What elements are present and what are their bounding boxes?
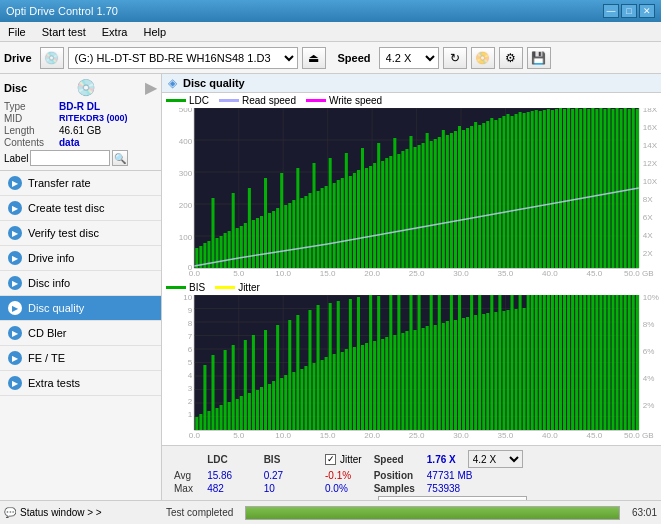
right-panel: ◈ Disc quality LDC Read speed Write spee… [162,74,661,500]
svg-rect-251 [494,312,497,430]
svg-rect-268 [563,295,566,430]
start-full-button[interactable]: Start full [378,496,527,500]
svg-rect-264 [547,295,550,430]
svg-text:2: 2 [188,397,193,406]
nav-transfer-rate[interactable]: ▶ Transfer rate [0,171,161,196]
svg-text:50.0 GB: 50.0 GB [624,431,654,440]
svg-rect-33 [256,218,259,268]
status-window-btn[interactable]: 💬 Status window > > [4,507,162,518]
svg-rect-190 [248,393,251,430]
disc-label-input[interactable] [30,150,110,166]
svg-rect-221 [373,341,376,430]
maximize-button[interactable]: □ [621,4,637,18]
svg-rect-241 [454,320,457,430]
nav-drive-info[interactable]: ▶ Drive info [0,246,161,271]
menu-extra[interactable]: Extra [98,24,132,40]
left-panel: Disc 💿 ▶ Type BD-R DL MID RITEKDR3 (000)… [0,74,162,500]
disc-section: Disc 💿 ▶ Type BD-R DL MID RITEKDR3 (000)… [0,74,161,171]
svg-rect-186 [232,345,235,430]
disc-label-text: Label [4,153,28,164]
refresh-button[interactable]: ↻ [443,47,467,69]
nav-extra-tests[interactable]: ▶ Extra tests [0,371,161,396]
svg-text:8%: 8% [643,320,655,329]
svg-rect-43 [296,168,299,268]
svg-rect-258 [523,308,526,430]
svg-rect-224 [385,337,388,430]
media-button[interactable]: 📀 [471,47,495,69]
stats-speed-dropdown[interactable]: 4.2 X [468,450,523,468]
svg-text:5: 5 [188,358,193,367]
svg-rect-117 [595,109,598,268]
svg-rect-285 [632,295,635,430]
svg-rect-204 [304,366,307,430]
upper-chart-svg: 500 400 300 200 100 0 18X 16X 14X 12X 10… [164,108,659,278]
svg-rect-238 [442,323,445,430]
svg-rect-48 [317,191,320,268]
svg-rect-210 [329,303,332,430]
svg-rect-65 [385,158,388,268]
nav-disc-info[interactable]: ▶ Disc info [0,271,161,296]
legend-jitter: Jitter [215,282,260,293]
legend-ldc-label: LDC [189,95,209,106]
menu-file[interactable]: File [4,24,30,40]
svg-rect-212 [337,301,340,430]
svg-rect-62 [373,163,376,268]
minimize-button[interactable]: — [603,4,619,18]
stats-header-speed: Speed [368,449,421,469]
svg-rect-219 [365,343,368,430]
nav-cd-bler[interactable]: ▶ CD Bler [0,321,161,346]
stats-total-ldc: 12113558 [201,495,258,500]
svg-rect-116 [591,108,594,268]
nav-verify-test-disc[interactable]: ▶ Verify test disc [0,221,161,246]
stats-header-ldc: LDC [201,449,258,469]
svg-rect-213 [341,352,344,430]
svg-text:14X: 14X [643,141,658,150]
disc-arrow: ▶ [145,78,157,97]
nav-disc-quality[interactable]: ▶ Disc quality [0,296,161,321]
stats-avg-ldc: 15.86 [201,469,258,482]
nav-label-fe-te: FE / TE [28,352,65,364]
save-button[interactable]: 💾 [527,47,551,69]
disc-contents-label: Contents [4,137,59,148]
svg-text:4X: 4X [643,231,654,240]
svg-rect-218 [361,345,364,430]
svg-rect-126 [632,108,635,268]
drive-select[interactable]: (G:) HL-DT-ST BD-RE WH16NS48 1.D3 [68,47,298,69]
nav-fe-te[interactable]: ▶ FE / TE [0,346,161,371]
disc-label-btn[interactable]: 🔍 [112,150,128,166]
jitter-checkbox[interactable]: ✓ [325,454,336,465]
svg-text:35.0: 35.0 [498,269,514,278]
svg-text:2%: 2% [643,401,655,410]
svg-rect-181 [211,355,214,430]
svg-rect-55 [345,153,348,268]
svg-rect-122 [616,108,619,268]
svg-rect-124 [624,108,627,268]
svg-text:3: 3 [188,384,193,393]
settings-button[interactable]: ⚙ [499,47,523,69]
nav-icon-drive-info: ▶ [8,251,22,265]
svg-rect-59 [361,148,364,268]
stats-row-max-label: Max [168,482,201,495]
menu-help[interactable]: Help [139,24,170,40]
nav-label-disc-quality: Disc quality [28,302,84,314]
nav-create-test-disc[interactable]: ▶ Create test disc [0,196,161,221]
svg-rect-284 [628,295,631,430]
disc-length-label: Length [4,125,59,136]
speed-select[interactable]: 4.2 X [379,47,439,69]
svg-rect-64 [381,161,384,268]
svg-rect-177 [195,417,198,430]
menu-start-test[interactable]: Start test [38,24,90,40]
svg-rect-27 [232,193,235,268]
svg-rect-30 [244,223,247,268]
svg-rect-107 [555,109,558,268]
close-button[interactable]: ✕ [639,4,655,18]
svg-rect-125 [628,109,631,268]
svg-rect-203 [300,369,303,430]
status-text: Test completed [166,507,233,518]
svg-rect-274 [587,295,590,430]
svg-rect-66 [389,156,392,268]
legend-ldc-color [166,99,186,102]
eject-button[interactable]: ⏏ [302,47,326,69]
svg-rect-180 [207,411,210,430]
svg-rect-178 [199,414,202,430]
